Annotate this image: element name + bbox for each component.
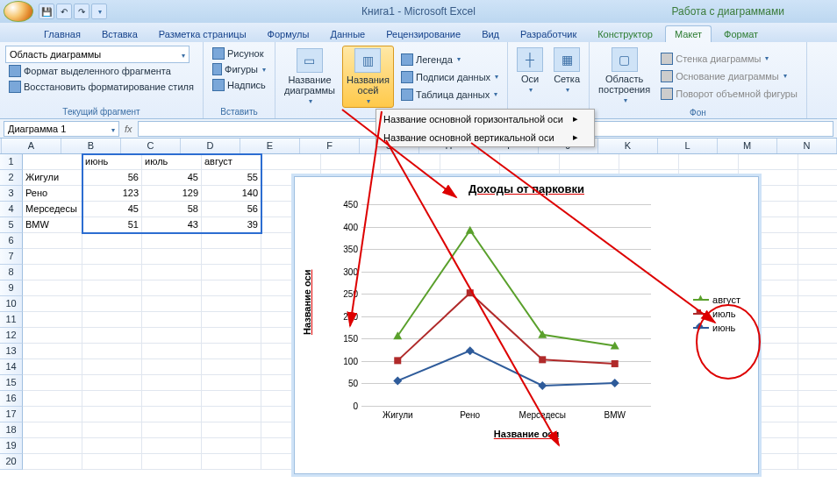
cell[interactable] <box>142 454 202 470</box>
cell[interactable] <box>142 312 202 328</box>
row-header-6[interactable]: 6 <box>0 233 23 249</box>
cell[interactable] <box>23 344 82 359</box>
cell[interactable] <box>82 265 142 280</box>
cell[interactable] <box>202 233 261 249</box>
tab-Разработчик[interactable]: Разработчик <box>512 26 585 42</box>
dropdown-horizontal-axis-title[interactable]: Название основной горизонтальной оси▸ <box>376 110 594 128</box>
cell[interactable]: 51 <box>82 217 142 233</box>
row-header-3[interactable]: 3 <box>0 186 23 202</box>
cell[interactable] <box>82 296 142 312</box>
legend-button[interactable]: Легенда <box>397 52 502 67</box>
cell[interactable]: 140 <box>202 186 261 202</box>
col-header-D[interactable]: D <box>181 138 240 153</box>
chart-area-selector[interactable]: Область диаграммы <box>5 46 190 63</box>
col-header-M[interactable]: M <box>718 138 777 153</box>
cell[interactable] <box>798 375 837 391</box>
tab-Разметка страницы[interactable]: Разметка страницы <box>150 26 255 42</box>
cell[interactable] <box>798 328 837 344</box>
cell[interactable] <box>142 344 202 359</box>
cell[interactable] <box>798 186 837 202</box>
cell[interactable]: BMW <box>23 217 82 233</box>
row-header-13[interactable]: 13 <box>0 344 23 359</box>
cell[interactable] <box>23 359 82 375</box>
tab-Формат[interactable]: Формат <box>715 26 767 42</box>
cell[interactable] <box>798 422 837 438</box>
cell[interactable]: июнь <box>82 154 142 170</box>
cell[interactable] <box>440 154 500 170</box>
row-header-18[interactable]: 18 <box>0 422 23 438</box>
cell[interactable] <box>82 280 142 296</box>
chart-x-axis-title[interactable]: Название оси <box>295 429 758 439</box>
cell[interactable] <box>82 375 142 391</box>
tab-Конструктор[interactable]: Конструктор <box>589 26 662 42</box>
cell[interactable] <box>619 154 679 170</box>
cell[interactable] <box>82 391 142 407</box>
cell[interactable] <box>798 312 837 328</box>
cell[interactable] <box>202 344 261 359</box>
data-labels-button[interactable]: Подписи данных <box>397 69 502 85</box>
cell[interactable]: 123 <box>82 186 142 202</box>
cell[interactable] <box>202 296 261 312</box>
qat-more-icon[interactable] <box>91 4 107 19</box>
row-header-10[interactable]: 10 <box>0 296 23 312</box>
cell[interactable]: Рено <box>23 186 82 202</box>
data-table-button[interactable]: Таблица данных <box>397 87 502 103</box>
cell[interactable] <box>82 344 142 359</box>
dropdown-vertical-axis-title[interactable]: Название основной вертикальной оси▸ <box>376 128 594 146</box>
row-header-9[interactable]: 9 <box>0 280 23 296</box>
cell[interactable] <box>321 154 381 170</box>
cell[interactable] <box>381 154 440 170</box>
tab-Макет[interactable]: Макет <box>665 25 712 42</box>
chart-y-axis-title[interactable]: Название оси <box>302 270 312 335</box>
cell[interactable] <box>82 233 142 249</box>
cell[interactable] <box>202 328 261 344</box>
cell[interactable] <box>202 407 261 422</box>
cell[interactable] <box>142 422 202 438</box>
tab-Данные[interactable]: Данные <box>321 26 374 42</box>
cell[interactable] <box>82 454 142 470</box>
cell[interactable] <box>202 359 261 375</box>
cell[interactable] <box>82 407 142 422</box>
cell[interactable] <box>798 344 837 359</box>
cell[interactable] <box>142 359 202 375</box>
rotation-3d-button[interactable]: Поворот объемной фигуры <box>657 86 801 102</box>
redo-icon[interactable]: ↷ <box>74 4 89 19</box>
cell[interactable] <box>739 154 798 170</box>
row-header-20[interactable]: 20 <box>0 454 23 470</box>
chart-title-text[interactable]: Доходы от парковки <box>295 182 758 195</box>
cell[interactable] <box>798 280 837 296</box>
save-icon[interactable]: 💾 <box>39 4 54 19</box>
cell[interactable] <box>142 249 202 265</box>
cell[interactable] <box>798 359 837 375</box>
row-header-19[interactable]: 19 <box>0 438 23 454</box>
cell[interactable] <box>82 422 142 438</box>
cell[interactable] <box>202 454 261 470</box>
cell[interactable] <box>798 407 837 422</box>
cell[interactable] <box>798 217 837 233</box>
col-header-N[interactable]: N <box>777 138 837 153</box>
col-header-B[interactable]: B <box>61 138 121 153</box>
row-header-2[interactable]: 2 <box>0 170 23 186</box>
cell[interactable]: август <box>202 154 261 170</box>
cell[interactable] <box>23 375 82 391</box>
cell[interactable] <box>23 296 82 312</box>
axes-button[interactable]: ┼Оси <box>513 46 547 96</box>
office-button[interactable] <box>4 1 33 22</box>
cell[interactable] <box>82 249 142 265</box>
cell[interactable]: 129 <box>142 186 202 202</box>
cell[interactable] <box>142 438 202 454</box>
cell[interactable] <box>23 328 82 344</box>
row-header-15[interactable]: 15 <box>0 375 23 391</box>
chart-wall-button[interactable]: Стенка диаграммы <box>657 51 801 67</box>
cell[interactable] <box>202 280 261 296</box>
row-header-17[interactable]: 17 <box>0 407 23 422</box>
cell[interactable] <box>142 375 202 391</box>
cell[interactable] <box>798 170 837 186</box>
col-header-K[interactable]: K <box>598 138 658 153</box>
row-header-8[interactable]: 8 <box>0 265 23 280</box>
row-header-5[interactable]: 5 <box>0 217 23 233</box>
cell[interactable] <box>82 328 142 344</box>
cell[interactable] <box>202 312 261 328</box>
tab-Вид[interactable]: Вид <box>473 26 508 42</box>
col-header-C[interactable]: C <box>121 138 181 153</box>
